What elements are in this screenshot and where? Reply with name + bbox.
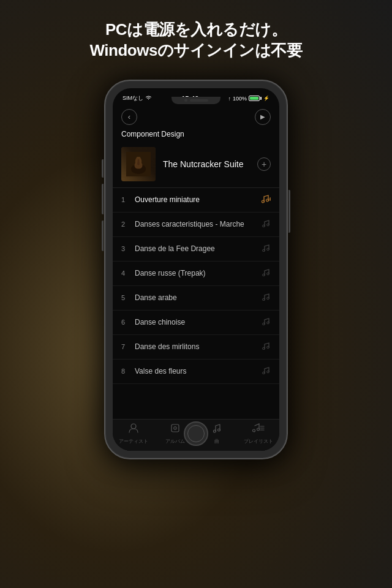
artists-icon (128, 423, 139, 437)
mute-button (102, 159, 104, 178)
back-icon: ‹ (128, 112, 130, 121)
track-number: 3 (121, 245, 131, 252)
album-art (121, 147, 156, 181)
battery-cap (260, 97, 262, 100)
charging-icon: ⚡ (263, 96, 270, 101)
home-button[interactable] (184, 421, 208, 446)
track-play-icon (262, 220, 271, 229)
track-play-icon (262, 293, 271, 303)
track-list: 1Ouverture miniature 2Danses caracterist… (113, 188, 279, 419)
track-play-icon (262, 244, 271, 254)
battery-icon (249, 96, 262, 101)
track-number: 5 (121, 294, 131, 301)
track-number: 1 (121, 196, 131, 203)
track-play-icon (261, 195, 271, 205)
track-item[interactable]: 7Danse des mirlitons (113, 335, 279, 360)
track-name: Valse des fleurs (135, 367, 262, 375)
track-number: 4 (121, 270, 131, 277)
battery-body (249, 96, 260, 101)
track-name: Ouverture miniature (135, 195, 261, 204)
svg-point-25 (257, 428, 260, 431)
volume-down-button (102, 221, 104, 251)
phone-mockup: SIMなし 15:42 ↑ 100% (104, 80, 288, 459)
track-item[interactable]: 4Danse russe (Trepak) (113, 262, 279, 286)
track-number: 6 (121, 318, 131, 326)
tab-artists[interactable]: アーティスト (113, 423, 154, 445)
battery-pct: 100% (233, 96, 247, 102)
carrier-label: SIMなし (123, 94, 143, 102)
playlists-icon (252, 423, 265, 437)
track-name: Danse des mirlitons (135, 342, 262, 351)
playlists-label: プレイリスト (244, 438, 273, 445)
track-name: Danse chinoise (135, 318, 262, 326)
nav-bar: ‹ ▶ (113, 105, 279, 129)
track-play-icon (262, 318, 271, 327)
volume-up-button (102, 184, 104, 214)
track-item[interactable]: 3Danse de la Fee Dragee (113, 237, 279, 262)
add-icon: + (262, 160, 266, 168)
track-item[interactable]: 6Danse chinoise (113, 311, 279, 335)
track-play-icon (262, 269, 271, 278)
track-item[interactable]: 1Ouverture miniature (113, 188, 279, 213)
track-number: 7 (121, 343, 131, 350)
track-name: Danse russe (Trepak) (135, 269, 262, 277)
artists-label: アーティスト (119, 438, 148, 445)
battery-fill (250, 97, 258, 100)
songs-label: 曲 (214, 438, 219, 445)
play-icon: ▶ (260, 113, 265, 120)
speaker-bar (190, 99, 208, 102)
camera-dot (184, 99, 187, 102)
home-button-inner (187, 425, 205, 442)
track-number: 8 (121, 368, 131, 375)
songs-icon (211, 423, 222, 437)
track-item[interactable]: 8Valse des fleurs (113, 360, 279, 384)
power-button (288, 190, 290, 233)
track-name: Danse de la Fee Dragee (135, 244, 262, 253)
track-name: Danses caracteristiques - Marche (135, 220, 262, 228)
albums-icon (170, 423, 181, 437)
header-title: PCは電源を入れるだけ。 Windowsのサインインは不要 (78, 20, 315, 61)
album-art-image (121, 147, 156, 181)
album-title: The Nutcracker Suite (163, 159, 250, 169)
svg-point-21 (175, 428, 176, 429)
status-right: ↑ 100% ⚡ (228, 96, 270, 102)
album-header: The Nutcracker Suite + (113, 142, 279, 187)
svg-point-24 (253, 429, 255, 432)
back-button[interactable]: ‹ (121, 109, 137, 125)
track-number: 2 (121, 221, 131, 228)
play-button[interactable]: ▶ (255, 109, 271, 125)
notch (172, 97, 221, 104)
gps-icon: ↑ (228, 96, 231, 102)
wifi-icon (145, 96, 152, 102)
status-left: SIMなし (123, 94, 152, 102)
tab-playlists[interactable]: プレイリスト (238, 423, 279, 445)
track-item[interactable]: 2Danses caracteristiques - Marche (113, 213, 279, 237)
albums-label: アルバム (165, 438, 185, 445)
track-name: Danse arabe (135, 293, 262, 302)
add-to-playlist-button[interactable]: + (257, 157, 271, 171)
track-item[interactable]: 5Danse arabe (113, 286, 279, 311)
phone-screen: SIMなし 15:42 ↑ 100% (113, 88, 279, 451)
track-play-icon (262, 367, 271, 376)
track-play-icon (262, 342, 271, 352)
svg-point-18 (131, 424, 136, 429)
section-title: Component Design (113, 129, 279, 142)
